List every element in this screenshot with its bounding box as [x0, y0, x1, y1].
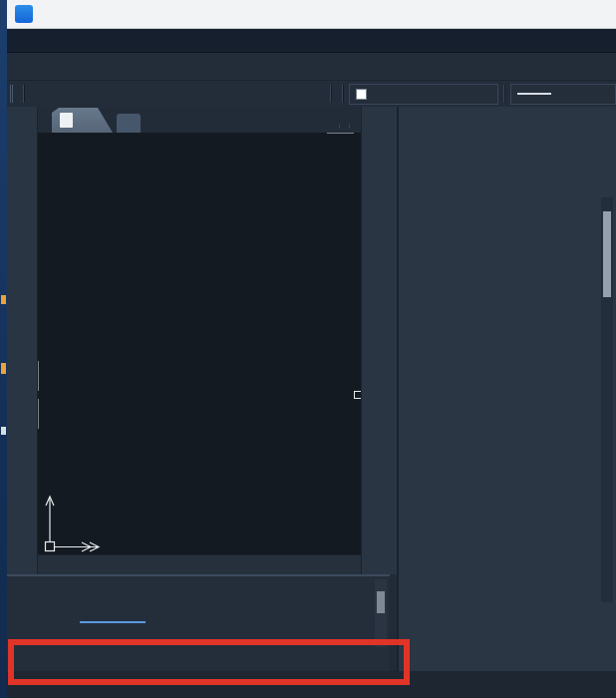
- linetype-sample: [517, 93, 551, 95]
- draw-toolbar: [7, 107, 38, 574]
- toolbar-separator: [330, 85, 332, 103]
- modify-toolbar: [361, 107, 397, 574]
- color-swatch: [356, 89, 367, 100]
- app-logo-icon: [15, 5, 33, 23]
- selection-row: [409, 142, 606, 164]
- properties-header: [399, 107, 616, 135]
- desktop-icon-fragment: [1, 427, 6, 435]
- layout-tab-bar: [38, 554, 361, 574]
- title-bar: [7, 0, 616, 29]
- document-area: [38, 107, 361, 574]
- drawing-canvas[interactable]: [38, 133, 361, 554]
- toolbar-separator: [23, 85, 25, 103]
- scroll-tabs-right-icon[interactable]: [349, 125, 358, 129]
- standard-toolbar: [7, 52, 616, 80]
- toolbar-separator: [503, 85, 505, 103]
- application-window: [7, 0, 616, 698]
- selection-dropdown[interactable]: [409, 142, 534, 164]
- color-control[interactable]: [349, 84, 498, 105]
- new-tab-icon[interactable]: [117, 114, 141, 133]
- desktop-edge: [0, 0, 7, 698]
- ucs-icon: [46, 497, 100, 551]
- dwg-file-icon: [60, 113, 73, 128]
- menu-bar: [7, 29, 616, 52]
- autocomplete-popup: [80, 621, 146, 623]
- desktop-icon-fragment: [1, 363, 6, 374]
- scrollbar-thumb[interactable]: [603, 211, 611, 297]
- tab-scroll-buttons: [339, 125, 358, 129]
- document-tab-bar: [38, 107, 361, 133]
- toolbar-grip[interactable]: [10, 85, 13, 103]
- toolbar-separator: [342, 85, 344, 103]
- desktop-icon-fragment: [1, 295, 6, 304]
- panel-scrollbar[interactable]: [601, 197, 613, 602]
- crosshair-cursor: [38, 133, 361, 429]
- layer-toolbar: [7, 80, 616, 107]
- linetype-control[interactable]: [510, 84, 616, 105]
- command-scrollbar[interactable]: [375, 579, 387, 647]
- properties-panel: [397, 107, 616, 671]
- annotation-highlight: [8, 639, 410, 685]
- scrollbar-thumb[interactable]: [377, 591, 385, 613]
- document-tab[interactable]: [52, 108, 113, 133]
- scroll-tabs-left-icon[interactable]: [339, 125, 348, 129]
